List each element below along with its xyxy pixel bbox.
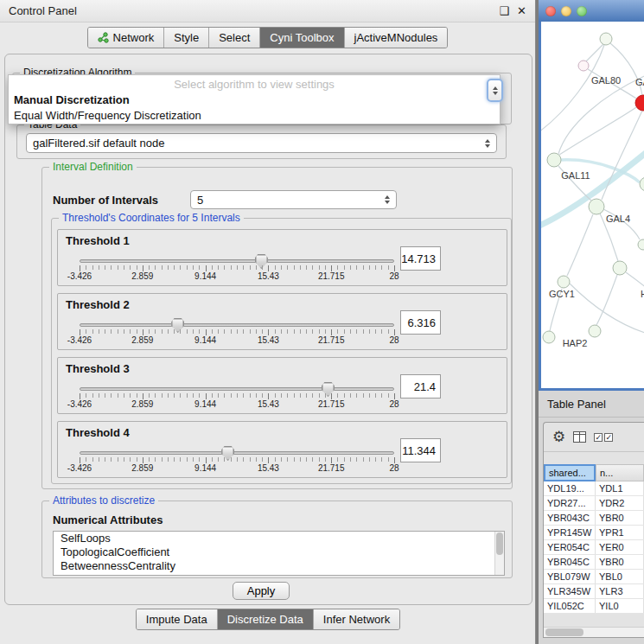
- network-edge[interactable]: [567, 214, 593, 276]
- network-edge[interactable]: [610, 43, 642, 95]
- table-cell: YIL052C: [544, 599, 596, 613]
- table-cell: YLR345W: [544, 584, 596, 598]
- table-toolbar: ⚙ ✓ ✓: [544, 423, 644, 452]
- tab-jactivemnodules[interactable]: jActiveMNodules: [345, 28, 448, 48]
- attributes-group: Attributes to discretize Numerical Attri…: [41, 501, 513, 578]
- group-title: Attributes to discretize: [49, 494, 158, 507]
- attribute-list-item[interactable]: BetweennessCentrality: [54, 559, 504, 573]
- threshold-value-field[interactable]: 14.713: [400, 246, 441, 271]
- threshold-3-slider[interactable]: [80, 387, 394, 391]
- tab-discretize-data[interactable]: Discretize Data: [218, 609, 314, 629]
- scrollbar-thumb[interactable]: [496, 532, 503, 555]
- select-columns-icon[interactable]: ✓ ✓: [594, 433, 613, 442]
- algorithm-dropdown-popup: Select algorithm to view settings Manual…: [8, 74, 501, 124]
- table-row[interactable]: YBR043CYBR0: [544, 511, 644, 526]
- tab-cyni-toolbox[interactable]: Cyni Toolbox: [260, 28, 344, 48]
- algorithm-combo-stepper[interactable]: [487, 79, 503, 102]
- scale-tick-label: -3.426: [67, 335, 92, 345]
- network-node[interactable]: [547, 153, 561, 167]
- table-row[interactable]: YLR345WYLR3: [544, 584, 644, 599]
- slider-scale: -3.4262.8599.14415.4321.71528: [80, 271, 394, 282]
- threshold-value-field[interactable]: 21.4: [400, 374, 441, 399]
- table-cell: YBR0: [596, 555, 644, 569]
- threshold-2-box: Threshold 2 -3.4262.8599.14415.4321.7152…: [57, 293, 507, 350]
- table-row[interactable]: YDL19...YDL1: [544, 481, 644, 496]
- column-header-name[interactable]: n...: [596, 464, 644, 481]
- threshold-4-slider[interactable]: [80, 451, 394, 455]
- network-edge[interactable]: [596, 275, 617, 325]
- algorithm-option-equal-width[interactable]: Equal Width/Frequency Discretization: [9, 108, 500, 124]
- table-panel-window: ⚙ ✓ ✓ shared... n... YDL19...YDL1YDR27..…: [543, 422, 644, 638]
- network-edge[interactable]: [602, 111, 642, 200]
- table-row[interactable]: YPR145WYPR1: [544, 526, 644, 540]
- network-node[interactable]: [558, 276, 570, 288]
- threshold-1-slider[interactable]: [80, 259, 394, 263]
- attribute-list-item[interactable]: SelfLoops: [54, 532, 504, 545]
- table-panel-header: Table Panel: [539, 391, 644, 418]
- network-node[interactable]: [640, 177, 644, 191]
- slider-major-ticks: [80, 393, 395, 399]
- network-node[interactable]: [600, 33, 612, 45]
- scale-tick-label: 28: [389, 271, 399, 281]
- threshold-label: Threshold 1: [66, 234, 130, 247]
- down-arrow-icon: [493, 92, 498, 95]
- threshold-value-field[interactable]: 11.344: [400, 438, 441, 462]
- network-canvas[interactable]: GAL80GAGAL11GAL4GCY1HHAP2: [541, 22, 644, 388]
- tab-label: Infer Network: [323, 613, 390, 626]
- network-edge[interactable]: [570, 284, 644, 333]
- network-node[interactable]: [589, 199, 604, 214]
- scale-tick-label: 15.43: [258, 335, 279, 345]
- tab-network[interactable]: Network: [88, 28, 165, 48]
- attribute-list-item[interactable]: TopologicalCoefficient: [54, 545, 504, 559]
- table-cell: YBR045C: [544, 555, 596, 569]
- tab-label: Impute Data: [146, 613, 207, 626]
- table-row[interactable]: YIL052CYIL0: [544, 599, 644, 614]
- algorithm-placeholder-option[interactable]: Select algorithm to view settings: [9, 75, 500, 92]
- network-node[interactable]: [578, 61, 589, 71]
- scale-tick-label: -3.426: [67, 399, 92, 409]
- algorithm-option-manual[interactable]: Manual Discretization: [9, 92, 500, 108]
- list-scrollbar[interactable]: [494, 532, 504, 575]
- network-node[interactable]: [589, 325, 601, 337]
- scale-tick-label: 28: [389, 399, 399, 409]
- numerical-attributes-list[interactable]: SelfLoopsTopologicalCoefficientBetweenne…: [53, 531, 505, 576]
- horizontal-scrollbar[interactable]: [544, 627, 644, 637]
- zoom-traffic-light[interactable]: [577, 6, 587, 16]
- threshold-value-field[interactable]: 6.316: [400, 310, 441, 335]
- network-node[interactable]: [543, 331, 555, 343]
- close-icon[interactable]: ✕: [517, 4, 526, 17]
- network-edge[interactable]: [541, 45, 604, 134]
- network-node[interactable]: [635, 95, 644, 111]
- network-node[interactable]: [613, 261, 627, 275]
- table-cell: YPR1: [596, 526, 644, 539]
- table-row[interactable]: YER054CYER0: [544, 540, 644, 555]
- tab-select[interactable]: Select: [209, 28, 260, 48]
- gear-icon[interactable]: ⚙: [552, 430, 565, 444]
- threshold-2-slider[interactable]: [80, 323, 394, 327]
- threshold-label: Threshold 2: [66, 298, 130, 311]
- close-traffic-light[interactable]: [545, 6, 556, 16]
- scale-tick-label: 2.859: [131, 399, 153, 409]
- table-row[interactable]: YBR045CYBR0: [544, 555, 644, 570]
- minimize-traffic-light[interactable]: [561, 6, 571, 16]
- table-cell: YDR2: [596, 496, 644, 510]
- table-row[interactable]: YBL079WYBL0: [544, 570, 644, 584]
- table-row[interactable]: YDR27...YDR2: [544, 496, 644, 511]
- tab-impute-data[interactable]: Impute Data: [137, 609, 218, 629]
- tab-style[interactable]: Style: [164, 28, 209, 48]
- columns-icon[interactable]: [573, 431, 586, 443]
- number-of-intervals-combobox[interactable]: 5: [190, 190, 397, 209]
- float-window-icon[interactable]: ❑: [499, 4, 509, 17]
- scale-tick-label: 21.715: [318, 463, 345, 473]
- column-header-shared-name[interactable]: shared...: [544, 464, 596, 481]
- titlebar: Control Panel ❑ ✕: [0, 0, 535, 22]
- tab-infer-network[interactable]: Infer Network: [314, 609, 399, 629]
- table-data-group: Table Data galFiltered.sif default node: [16, 124, 507, 159]
- table-data-combobox[interactable]: galFiltered.sif default node: [26, 133, 497, 153]
- apply-button[interactable]: Apply: [233, 582, 290, 600]
- network-node[interactable]: [638, 239, 644, 250]
- scrollbar-thumb[interactable]: [545, 628, 583, 636]
- network-view[interactable]: GAL80GAGAL11GAL4GCY1HHAP2: [539, 22, 644, 391]
- scale-tick-label: 9.144: [194, 271, 216, 281]
- threshold-label: Threshold 3: [66, 362, 130, 375]
